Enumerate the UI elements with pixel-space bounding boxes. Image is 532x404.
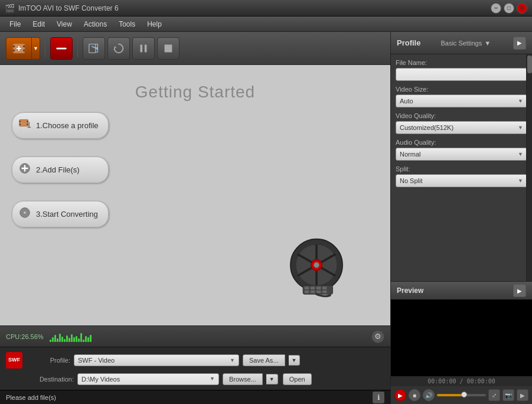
save-as-dropdown[interactable]: ▼	[289, 355, 301, 366]
wave-bar	[59, 334, 61, 342]
split-select[interactable]: No Split ▼	[396, 174, 527, 187]
wave-bar	[78, 338, 80, 342]
add-files-icon	[18, 162, 31, 178]
profile-select[interactable]: SWF - Video ▼	[74, 354, 239, 366]
save-as-button[interactable]: Save As...	[243, 354, 285, 366]
wave-bar	[66, 335, 68, 342]
step1-label: 1.Choose a profile	[36, 121, 99, 130]
minimize-button[interactable]: –	[491, 3, 501, 14]
preview-expand-button[interactable]: ▶	[513, 284, 526, 297]
browse-button[interactable]: Browse...	[223, 373, 263, 385]
preview-controls: ▶ ■ 🔊 ⤢ 📷 ▶	[391, 386, 532, 404]
preview-title: Preview	[397, 286, 423, 295]
videoquality-select[interactable]: Customized(512K) ▼	[396, 121, 527, 134]
close-button[interactable]: ✕	[517, 3, 527, 14]
wave-bar	[71, 334, 73, 342]
settings-button[interactable]: ⚙	[371, 330, 384, 343]
filename-input[interactable]	[396, 68, 527, 81]
split-label: Split:	[396, 165, 527, 172]
videosize-select[interactable]: Auto ▼	[396, 95, 527, 107]
remove-button[interactable]	[50, 37, 73, 60]
more-button[interactable]: ▶	[517, 389, 528, 401]
stop-button[interactable]	[157, 37, 179, 60]
step2-label: 2.Add File(s)	[36, 165, 80, 174]
audioquality-arrow: ▼	[518, 151, 523, 157]
expand-button[interactable]: ▶	[513, 37, 526, 50]
export-button[interactable]	[83, 37, 105, 60]
profile-settings: File Name: Video Size: Auto ▼ Video Qual…	[391, 54, 532, 281]
film-reel-svg	[284, 237, 349, 302]
profile-select-arrow: ▼	[230, 357, 235, 363]
svg-rect-18	[19, 124, 21, 125]
profile-row: SWF Profile: SWF - Video ▼ Save As... ▼	[6, 352, 384, 369]
svg-marker-11	[115, 46, 117, 48]
split-value: No Split	[400, 177, 423, 184]
add-files-button[interactable]	[6, 37, 32, 60]
wave-bar	[76, 336, 77, 342]
menu-item-view[interactable]: View	[51, 18, 78, 31]
screenshot-button[interactable]: ⤢	[488, 389, 500, 401]
wave-bar	[64, 339, 66, 342]
titlebar: 🎬 ImTOO AVI to SWF Converter 6 – □ ✕	[0, 0, 532, 17]
left-panel: ▼	[0, 32, 390, 404]
destination-input[interactable]: D:\My Videos ▼	[77, 373, 219, 385]
volume-thumb[interactable]	[461, 392, 467, 398]
wave-bar	[90, 335, 92, 342]
choose-profile-icon	[18, 118, 31, 133]
add-files-dropdown[interactable]: ▼	[32, 37, 40, 60]
scrollbar-track[interactable]	[526, 54, 532, 281]
wave-bar	[50, 340, 51, 342]
waveform	[50, 331, 92, 342]
videosize-group: Video Size: Auto ▼	[396, 86, 527, 107]
status-message: Please add file(s)	[6, 394, 56, 401]
open-button[interactable]: Open	[283, 373, 312, 385]
volume-button[interactable]: 🔊	[423, 389, 435, 401]
profile-label: Profile:	[26, 357, 70, 364]
menu-item-file[interactable]: File	[4, 18, 27, 31]
info-button[interactable]: ℹ	[373, 392, 384, 403]
content-area: Getting Started	[0, 65, 390, 325]
svg-rect-16	[19, 121, 21, 122]
filename-group: File Name:	[396, 59, 527, 81]
cpu-text: CPU:26.56%	[6, 333, 44, 340]
preview-screen	[391, 299, 532, 376]
svg-rect-37	[316, 286, 321, 289]
scrollbar-thumb[interactable]	[527, 56, 532, 73]
audioquality-group: Audio Quality: Normal ▼	[396, 139, 527, 161]
play-button[interactable]: ▶	[394, 389, 406, 401]
toolbar-separator-2	[77, 40, 78, 57]
menu-item-help[interactable]: Help	[141, 18, 168, 31]
audioquality-select[interactable]: Normal ▼	[396, 148, 527, 161]
wave-bar	[54, 335, 56, 342]
menu-item-edit[interactable]: Edit	[27, 18, 51, 31]
status-bar: CPU:26.56% ⚙	[0, 325, 390, 347]
svg-rect-19	[27, 124, 28, 125]
pause-icon	[137, 42, 150, 55]
step3-label: 3.Start Converting	[36, 210, 98, 219]
maximize-button[interactable]: □	[504, 3, 514, 14]
start-converting-button[interactable]: 3.Start Converting	[12, 201, 109, 227]
menu-item-tools[interactable]: Tools	[113, 18, 141, 31]
choose-profile-button[interactable]: 1.Choose a profile	[12, 112, 109, 139]
export-icon	[87, 42, 100, 55]
menu-item-actions[interactable]: Actions	[78, 18, 113, 31]
basic-settings-toggle[interactable]: Basic Settings ▼	[440, 40, 491, 47]
videoquality-group: Video Quality: Customized(512K) ▼	[396, 112, 527, 134]
steps-container: 1.Choose a profile 2.Add File(s)	[12, 112, 109, 227]
volume-slider[interactable]	[437, 394, 486, 396]
browse-dropdown[interactable]: ▼	[266, 374, 278, 385]
svg-rect-12	[141, 44, 143, 52]
app-title: ImTOO AVI to SWF Converter 6	[18, 4, 491, 12]
stop-preview-button[interactable]: ■	[409, 389, 420, 401]
svg-rect-41	[316, 291, 321, 294]
camera-button[interactable]: 📷	[502, 389, 514, 401]
refresh-button[interactable]	[107, 37, 130, 60]
svg-rect-13	[145, 44, 147, 52]
right-panel: Profile Basic Settings ▼ ▶ File Name: Vi…	[390, 32, 532, 404]
svg-rect-1	[13, 45, 15, 47]
pause-button[interactable]	[132, 37, 155, 60]
wave-bar	[80, 333, 82, 342]
add-files-step-button[interactable]: 2.Add File(s)	[12, 157, 109, 183]
wave-bar	[52, 337, 54, 342]
videoquality-label: Video Quality:	[396, 112, 527, 119]
